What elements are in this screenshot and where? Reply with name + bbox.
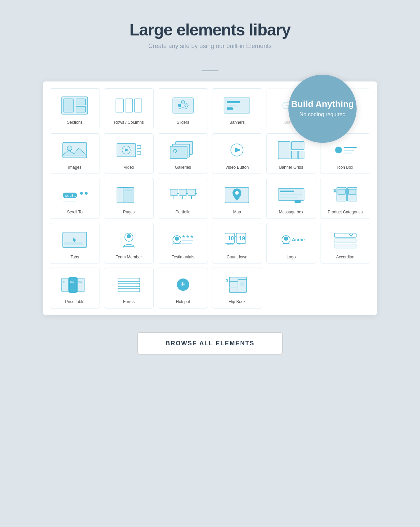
svg-text:19: 19 <box>239 236 245 241</box>
banners-label: Banners <box>229 120 245 125</box>
element-card-images[interactable]: Images <box>50 133 100 174</box>
banner-grids-icon <box>270 138 313 162</box>
svg-text:+: + <box>195 191 197 196</box>
sliders-icon <box>162 93 204 117</box>
element-card-video[interactable]: Video <box>104 133 154 174</box>
svg-point-91 <box>284 237 288 241</box>
element-card-sections[interactable]: Sections <box>50 88 100 129</box>
svg-rect-96 <box>62 278 69 292</box>
svg-rect-2 <box>76 99 86 105</box>
message-box-icon <box>270 183 313 207</box>
svg-text:MIN: MIN <box>238 243 242 245</box>
svg-point-8 <box>178 104 181 107</box>
hotspot-label: Hotspot <box>176 299 190 305</box>
video-button-icon <box>216 138 258 162</box>
svg-point-9 <box>185 104 188 107</box>
svg-text:9s: 9s <box>63 281 65 283</box>
svg-rect-26 <box>170 146 187 159</box>
rows-columns-label: Rows / Columns <box>114 120 144 125</box>
svg-rect-116 <box>240 282 244 286</box>
images-label: Images <box>68 165 81 170</box>
svg-rect-107 <box>118 288 140 292</box>
element-card-tabs[interactable]: Tabs <box>50 223 100 264</box>
svg-point-40 <box>80 192 83 195</box>
sections-label: Sections <box>67 120 82 125</box>
element-card-galleries[interactable]: Galleries <box>158 133 208 174</box>
icon-box-label: Icon Box <box>337 165 353 170</box>
team-member-label: Team Member <box>116 255 142 260</box>
page-header: Large elements libary Create any site by… <box>130 20 291 50</box>
svg-text:20s: 20s <box>70 281 74 283</box>
svg-rect-5 <box>125 99 133 112</box>
element-card-flip-book[interactable]: $ Flip Book <box>212 268 262 308</box>
svg-rect-33 <box>298 151 304 159</box>
svg-rect-71 <box>64 242 83 245</box>
scroll-to-icon: Scroll to <box>54 183 96 207</box>
element-card-scroll-to[interactable]: Scroll to Scroll To <box>50 178 100 219</box>
svg-rect-95 <box>334 244 356 248</box>
portfolio-label: Portfolio <box>176 210 191 215</box>
svg-rect-105 <box>118 278 140 282</box>
element-card-countdown[interactable]: 10 DAYS 19 MIN Countdown <box>212 223 262 264</box>
element-card-portfolio[interactable]: + + + Portfolio <box>158 178 208 219</box>
library-container: Build Anything No coding required Sectio… <box>43 81 377 315</box>
element-card-testimonials[interactable]: ★ ★ ★ Testimonials <box>158 223 208 264</box>
bubble-title: Build Anything <box>291 99 354 109</box>
svg-text:★: ★ <box>190 234 194 239</box>
svg-rect-69 <box>348 189 356 194</box>
svg-rect-94 <box>334 239 356 243</box>
svg-text:$: $ <box>226 278 228 282</box>
svg-rect-64 <box>295 200 301 203</box>
svg-rect-3 <box>76 106 86 112</box>
element-card-pages[interactable]: Pages <box>104 178 154 219</box>
galleries-label: Galleries <box>175 165 191 170</box>
svg-text:$: $ <box>333 188 336 193</box>
element-card-logo[interactable]: Acme Logo <box>266 223 316 264</box>
element-card-hotspot[interactable]: + Hotspot <box>158 268 208 308</box>
countdown-label: Countdown <box>227 255 247 260</box>
element-card-forms[interactable]: Forms <box>104 268 154 308</box>
forms-label: Forms <box>123 299 135 305</box>
price-table-label: Price table <box>65 299 85 305</box>
countdown-icon: 10 DAYS 19 MIN <box>216 228 258 252</box>
svg-rect-32 <box>291 151 297 159</box>
svg-point-73 <box>127 234 131 238</box>
svg-point-10 <box>181 101 185 104</box>
svg-rect-98 <box>77 278 84 292</box>
svg-marker-29 <box>235 148 241 152</box>
price-table-icon: 9s 20s 39s <box>54 273 96 297</box>
accordion-label: Accordion <box>336 255 354 260</box>
element-card-video-button[interactable]: Video Button <box>212 133 262 174</box>
page-title: Large elements libary <box>130 20 291 39</box>
svg-rect-13 <box>227 105 237 106</box>
element-card-product-categories[interactable]: $ Product Categories <box>320 178 370 219</box>
element-card-price-table[interactable]: 9s 20s 39s Price table <box>50 268 100 308</box>
svg-point-27 <box>173 149 177 153</box>
svg-rect-12 <box>227 101 240 103</box>
pages-icon <box>108 183 150 207</box>
build-anything-bubble: Build Anything No coding required <box>288 75 357 143</box>
svg-point-59 <box>235 191 239 195</box>
browse-all-elements-button[interactable]: BROWSE ALL ELEMENTS <box>137 332 282 355</box>
element-card-team-member[interactable]: Team Member <box>104 223 154 264</box>
element-card-banners[interactable]: Banners <box>212 88 262 129</box>
flip-book-icon: $ <box>216 273 258 297</box>
svg-rect-106 <box>118 283 140 287</box>
element-card-accordion[interactable]: Accordion <box>320 223 370 264</box>
tabs-label: Tabs <box>71 255 79 260</box>
element-card-map[interactable]: Map <box>212 178 262 219</box>
svg-text:10: 10 <box>228 236 234 241</box>
testimonials-label: Testimonials <box>172 255 194 260</box>
svg-text:39s: 39s <box>78 281 82 283</box>
svg-point-76 <box>175 237 179 241</box>
svg-rect-14 <box>227 107 233 110</box>
sections-icon <box>54 93 96 117</box>
element-card-sliders[interactable]: Sliders <box>158 88 208 129</box>
tabs-icon <box>54 228 96 252</box>
element-card-message-box[interactable]: Message box <box>266 178 316 219</box>
accordion-icon <box>324 228 366 252</box>
rows-columns-icon <box>108 93 150 117</box>
banner-grids-label: Banner Grids <box>279 165 303 170</box>
element-card-rows-columns[interactable]: Rows / Columns <box>104 88 154 129</box>
product-categories-icon: $ <box>324 183 366 207</box>
